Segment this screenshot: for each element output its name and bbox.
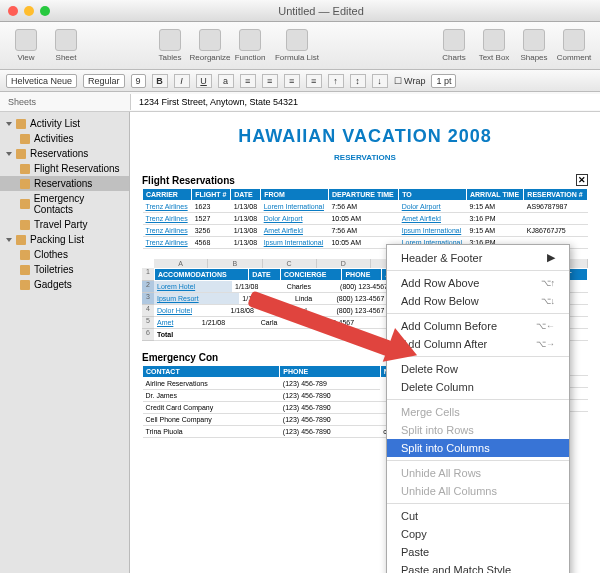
titlebar: Untitled — Edited bbox=[0, 0, 600, 22]
reference-bar: Sheets 1234 First Street, Anytown, State… bbox=[0, 92, 600, 112]
sidebar-item[interactable]: Reservations bbox=[0, 176, 129, 191]
table-row[interactable]: Trenz Airlines16231/13/08Lorem Internati… bbox=[143, 201, 588, 213]
menu-item: Split into Rows bbox=[387, 421, 569, 439]
align-center-button[interactable]: ≡ bbox=[262, 74, 278, 88]
menu-item[interactable]: Delete Column bbox=[387, 378, 569, 396]
toolbar: View Sheet Tables Reorganize Function Fo… bbox=[0, 22, 600, 70]
sidebar-item[interactable]: Emergency Contacts bbox=[0, 191, 129, 217]
formula-list-button[interactable]: Formula List bbox=[272, 29, 322, 62]
sheet-button[interactable]: Sheet bbox=[48, 29, 84, 62]
zoom-icon[interactable] bbox=[40, 6, 50, 16]
font-select[interactable]: Helvetica Neue bbox=[6, 74, 77, 88]
align-right-button[interactable]: ≡ bbox=[284, 74, 300, 88]
menu-item[interactable]: Add Column After⌥→ bbox=[387, 335, 569, 353]
menu-item: Merge Cells bbox=[387, 403, 569, 421]
window-controls bbox=[8, 6, 50, 16]
menu-item[interactable]: Cut bbox=[387, 507, 569, 525]
sidebar-item[interactable]: Clothes bbox=[0, 247, 129, 262]
sheets-label: Sheets bbox=[0, 97, 130, 107]
menu-item[interactable]: Copy bbox=[387, 525, 569, 543]
underline-button[interactable]: U bbox=[196, 74, 212, 88]
table-row[interactable]: Trenz Airlines15271/13/08Dolor Airport10… bbox=[143, 213, 588, 225]
charts-button[interactable]: Charts bbox=[436, 29, 472, 62]
sidebar-group[interactable]: Activity List bbox=[0, 116, 129, 131]
color-button[interactable]: a bbox=[218, 74, 234, 88]
window-title: Untitled — Edited bbox=[50, 5, 592, 17]
style-select[interactable]: Regular bbox=[83, 74, 125, 88]
bold-button[interactable]: B bbox=[152, 74, 168, 88]
emergency-heading: Emergency Con bbox=[142, 352, 218, 363]
align-justify-button[interactable]: ≡ bbox=[306, 74, 322, 88]
italic-button[interactable]: I bbox=[174, 74, 190, 88]
flights-heading: Flight Reservations bbox=[142, 175, 235, 186]
menu-item[interactable]: Add Row Below⌥↓ bbox=[387, 292, 569, 310]
menu-item[interactable]: Delete Row bbox=[387, 360, 569, 378]
menu-item: Unhide All Rows bbox=[387, 464, 569, 482]
menu-item[interactable]: Paste bbox=[387, 543, 569, 561]
page-title: HAWAIIAN VACATION 2008 bbox=[142, 126, 588, 147]
sidebar-item[interactable]: Activities bbox=[0, 131, 129, 146]
function-button[interactable]: Function bbox=[232, 29, 268, 62]
page-subtitle: RESERVATIONS bbox=[142, 153, 588, 162]
flights-table[interactable]: CARRIERFLIGHT #DATEFROMDEPARTURE TIMETOA… bbox=[142, 188, 588, 249]
view-button[interactable]: View bbox=[8, 29, 44, 62]
minimize-icon[interactable] bbox=[24, 6, 34, 16]
context-menu: Header & Footer▶Add Row Above⌥↑Add Row B… bbox=[386, 244, 570, 573]
sidebar-item[interactable]: Flight Reservations bbox=[0, 161, 129, 176]
sidebar-item[interactable]: Toiletries bbox=[0, 262, 129, 277]
align-left-button[interactable]: ≡ bbox=[240, 74, 256, 88]
shapes-button[interactable]: Shapes bbox=[516, 29, 552, 62]
menu-item[interactable]: Split into Columns bbox=[387, 439, 569, 457]
sidebar-group[interactable]: Packing List bbox=[0, 232, 129, 247]
menu-item[interactable]: Add Column Before⌥← bbox=[387, 317, 569, 335]
valign-top-button[interactable]: ↑ bbox=[328, 74, 344, 88]
table-row[interactable]: Trenz Airlines32561/13/08Amet Airfield7:… bbox=[143, 225, 588, 237]
valign-bot-button[interactable]: ↓ bbox=[372, 74, 388, 88]
cell-reference[interactable]: 1234 First Street, Anytown, State 54321 bbox=[130, 94, 600, 110]
sidebar-item[interactable]: Gadgets bbox=[0, 277, 129, 292]
text-box-button[interactable]: Text Box bbox=[476, 29, 512, 62]
sidebar-group[interactable]: Reservations bbox=[0, 146, 129, 161]
format-bar: Helvetica Neue Regular 9 B I U a ≡ ≡ ≡ ≡… bbox=[0, 70, 600, 92]
menu-item[interactable]: Add Row Above⌥↑ bbox=[387, 274, 569, 292]
valign-mid-button[interactable]: ↕ bbox=[350, 74, 366, 88]
size-select[interactable]: 9 bbox=[131, 74, 146, 88]
menu-item: Unhide All Columns bbox=[387, 482, 569, 500]
wrap-checkbox[interactable]: ☐ Wrap bbox=[394, 76, 426, 86]
menu-item[interactable]: Paste and Match Style bbox=[387, 561, 569, 573]
close-icon[interactable] bbox=[8, 6, 18, 16]
close-icon[interactable]: ✕ bbox=[576, 174, 588, 186]
sidebar-item[interactable]: Travel Party bbox=[0, 217, 129, 232]
comment-button[interactable]: Comment bbox=[556, 29, 592, 62]
stroke-select[interactable]: 1 pt bbox=[431, 74, 456, 88]
sidebar: Activity ListActivitiesReservationsFligh… bbox=[0, 112, 130, 573]
menu-item[interactable]: Header & Footer▶ bbox=[387, 248, 569, 267]
tables-button[interactable]: Tables bbox=[152, 29, 188, 62]
reorganize-button[interactable]: Reorganize bbox=[192, 29, 228, 62]
